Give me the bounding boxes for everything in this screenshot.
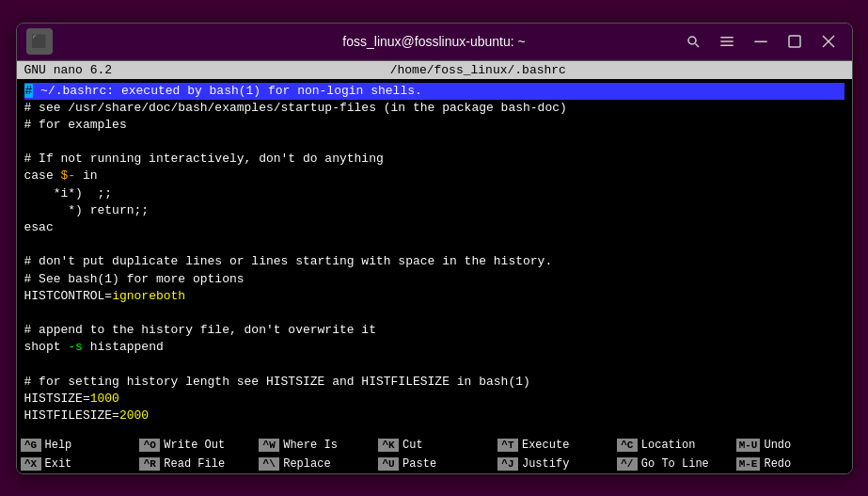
- footer-row-1: ^G Help ^O Write Out ^W Where Is ^K Cut …: [17, 436, 852, 455]
- titlebar: ⬛ foss_linux@fosslinux-ubuntu: ~: [17, 24, 852, 61]
- label-writeout: Write Out: [164, 439, 225, 452]
- footer-cmd-gotoline[interactable]: ^/ Go To Line: [613, 456, 733, 472]
- titlebar-left: ⬛: [26, 28, 53, 55]
- editor-line: *) return;;: [24, 202, 844, 219]
- nano-filename: /home/foss_linux/.bashrc: [390, 63, 566, 77]
- terminal-window: ⬛ foss_linux@fosslinux-ubuntu: ~: [16, 23, 853, 474]
- label-readfile: Read File: [164, 457, 225, 471]
- key-ctrl-x: ^X: [21, 457, 41, 471]
- label-cut: Cut: [402, 439, 423, 452]
- label-undo: Undo: [764, 439, 791, 452]
- footer-cmd-writeout[interactable]: ^O Write Out: [135, 438, 255, 453]
- editor-line: shopt -s histappend: [24, 339, 844, 356]
- key-ctrl-slash: ^/: [617, 457, 638, 471]
- label-location: Location: [641, 439, 696, 452]
- key-ctrl-j: ^J: [497, 457, 518, 471]
- svg-rect-4: [720, 45, 734, 47]
- editor-line: esac: [24, 219, 844, 236]
- editor-line: HISTFILESIZE=2000: [24, 408, 844, 424]
- minimize-button[interactable]: [747, 28, 775, 55]
- svg-point-0: [688, 37, 696, 44]
- key-ctrl-u: ^U: [378, 457, 399, 471]
- footer-cmd-cut[interactable]: ^K Cut: [374, 438, 494, 453]
- footer-row-2: ^X Exit ^R Read File ^\ Replace ^U Paste…: [17, 455, 852, 473]
- window-controls: [679, 28, 843, 55]
- key-ctrl-k: ^K: [378, 439, 399, 452]
- label-whereis: Where Is: [283, 439, 338, 452]
- key-ctrl-o: ^O: [139, 439, 160, 452]
- svg-rect-5: [754, 41, 767, 43]
- footer-cmd-execute[interactable]: ^T Execute: [494, 438, 613, 453]
- footer-cmd-justify[interactable]: ^J Justify: [494, 456, 613, 472]
- label-redo: Redo: [764, 457, 791, 471]
- footer-cmd-readfile[interactable]: ^R Read File: [135, 456, 255, 472]
- editor-line: # for examples: [24, 117, 844, 134]
- editor-line: # don't put duplicate lines or lines sta…: [24, 253, 844, 270]
- footer-cmd-replace[interactable]: ^\ Replace: [255, 456, 374, 472]
- key-ctrl-t: ^T: [497, 439, 518, 452]
- editor-line: HISTSIZE=1000: [24, 391, 844, 408]
- label-help: Help: [45, 439, 72, 452]
- editor-line: case $- in: [24, 168, 844, 184]
- nano-version: GNU nano 6.2: [24, 63, 113, 77]
- footer-cmd-help[interactable]: ^G Help: [17, 438, 136, 453]
- editor-line: [24, 134, 844, 151]
- editor-line: # append to the history file, don't over…: [24, 322, 844, 339]
- svg-line-1: [695, 44, 699, 48]
- key-ctrl-c: ^C: [617, 439, 638, 452]
- editor-area[interactable]: # ~/.bashrc: executed by bash(1) for non…: [17, 79, 852, 436]
- key-meta-u: M-U: [736, 439, 761, 452]
- editor-line: # for setting history length see HISTSIZ…: [24, 374, 844, 391]
- nano-footer: ^G Help ^O Write Out ^W Where Is ^K Cut …: [17, 436, 852, 473]
- editor-line: # ~/.bashrc: executed by bash(1) for non…: [24, 83, 844, 100]
- key-ctrl-w: ^W: [259, 439, 279, 452]
- key-ctrl-r: ^R: [139, 457, 160, 471]
- search-button[interactable]: [679, 28, 707, 55]
- footer-cmd-exit[interactable]: ^X Exit: [17, 456, 136, 472]
- window-title: foss_linux@fosslinux-ubuntu: ~: [342, 34, 525, 49]
- maximize-button[interactable]: [781, 28, 809, 55]
- svg-rect-3: [720, 40, 734, 42]
- footer-cmd-location[interactable]: ^C Location: [613, 438, 733, 453]
- terminal-icon: ⬛: [26, 28, 53, 55]
- editor-line: [24, 357, 844, 374]
- label-gotoline: Go To Line: [641, 457, 709, 471]
- key-ctrl-backslash: ^\: [259, 457, 279, 471]
- key-ctrl-g: ^G: [21, 439, 41, 452]
- editor-line: # See bash(1) for more options: [24, 271, 844, 288]
- label-justify: Justify: [522, 457, 569, 471]
- label-replace: Replace: [283, 457, 330, 471]
- menu-button[interactable]: [713, 28, 741, 55]
- svg-rect-2: [720, 37, 734, 39]
- label-exit: Exit: [45, 457, 72, 471]
- label-execute: Execute: [522, 439, 569, 452]
- footer-cmd-redo[interactable]: M-E Redo: [733, 456, 852, 472]
- label-paste: Paste: [402, 457, 436, 471]
- editor-line: [24, 236, 844, 253]
- editor-line: # If not running interactively, don't do…: [24, 151, 844, 168]
- editor-line: # see /usr/share/doc/bash/examples/start…: [24, 100, 844, 117]
- key-meta-e: M-E: [736, 457, 761, 471]
- nano-header: GNU nano 6.2 /home/foss_linux/.bashrc: [17, 61, 852, 79]
- close-button[interactable]: [814, 28, 843, 55]
- footer-cmd-paste[interactable]: ^U Paste: [374, 456, 494, 472]
- footer-cmd-undo[interactable]: M-U Undo: [733, 438, 852, 453]
- svg-rect-6: [789, 36, 800, 47]
- footer-cmd-whereis[interactable]: ^W Where Is: [255, 438, 374, 453]
- editor-line: *i*) ;;: [24, 185, 844, 202]
- editor-line: HISTCONTROL=ignoreboth: [24, 288, 844, 305]
- editor-line: [24, 305, 844, 322]
